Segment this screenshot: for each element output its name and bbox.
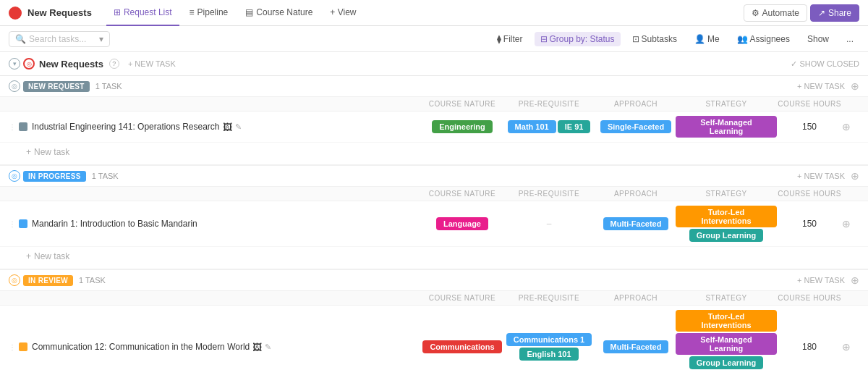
task-name[interactable]: Communication 12: Communication in the M… [32, 342, 422, 353]
col-header-prereq: PRE-REQUISITE [502, 294, 596, 302]
section-badge-in-review: IN REVIEW [23, 275, 73, 286]
row-action[interactable]: ⊕ [842, 218, 859, 230]
sections-container: ◎ NEW REQUEST 1 TASK + NEW TASK ⊕ COURSE… [0, 76, 868, 370]
page-status-icon: ◎ [23, 58, 35, 70]
row-action[interactable]: ⊕ [842, 121, 859, 133]
new-task-link[interactable]: + NEW TASK [128, 59, 176, 68]
page-title: New Requests [39, 59, 103, 70]
strategy-chip: Tutor-Led Interventions [676, 206, 777, 227]
new-task-button[interactable]: + New task [0, 143, 868, 164]
tab-icon: ▤ [245, 7, 253, 17]
section-header-in-progress: ◎ IN PROGRESS 1 TASK + NEW TASK ⊕ [0, 166, 868, 187]
more-button[interactable]: ... [841, 32, 859, 46]
app-logo [9, 7, 22, 20]
section-toggle-in-progress[interactable]: ◎ [9, 170, 20, 182]
section-count-in-review: 1 TASK [79, 276, 106, 285]
search-box[interactable]: 🔍 Search tasks... ▾ [9, 31, 110, 47]
assignees-button[interactable]: 👥 Assignees [731, 32, 796, 46]
section-count-new-request: 1 TASK [95, 82, 122, 91]
page-collapse-toggle[interactable]: ▾ [9, 58, 20, 70]
share-button[interactable]: ↗ Share [810, 4, 859, 22]
approach-chip: Multi-Faceted [603, 217, 669, 230]
section-in-review: ◎ IN REVIEW 1 TASK + NEW TASK ⊕ COURSE N… [0, 270, 868, 370]
section-header-new-request: ◎ NEW REQUEST 1 TASK + NEW TASK ⊕ [0, 76, 868, 97]
strategy-chip: Self-Managed Learning [676, 116, 777, 138]
top-nav: New Requests ⊞ Request List ≡ Pipeline ▤… [0, 0, 868, 26]
task-row: ⋮⋮ Mandarin 1: Introduction to Basic Man… [0, 201, 868, 247]
prereq-chip: IE 91 [558, 120, 591, 133]
tab-request-list[interactable]: ⊞ Request List [106, 0, 179, 26]
task-row: ⋮⋮ Industrial Engineering 141: Operation… [0, 112, 868, 143]
tab-pipeline[interactable]: ≡ Pipeline [182, 0, 236, 26]
task-name[interactable]: Mandarin 1: Introduction to Basic Mandar… [32, 219, 422, 229]
group-icon: ⊟ [540, 34, 548, 44]
section-more-new-request[interactable]: ⊕ [851, 80, 859, 92]
col-header-hours: COURSE HOURS [777, 100, 842, 108]
section-in-progress: ◎ IN PROGRESS 1 TASK + NEW TASK ⊕ COURSE… [0, 166, 868, 270]
strategy-chip: Tutor-Led Interventions [676, 310, 777, 332]
col-header-prereq: PRE-REQUISITE [502, 190, 596, 198]
plus-icon: + [26, 147, 31, 157]
prereq-chip: Communications 1 [506, 333, 592, 346]
prereq-chip: English 101 [519, 348, 578, 361]
task-status-dot [19, 342, 27, 351]
section-more-in-progress[interactable]: ⊕ [851, 170, 859, 182]
section-badge-in-progress: IN PROGRESS [23, 171, 86, 182]
me-button[interactable]: 👤 Me [689, 32, 726, 46]
section-toggle-new-request[interactable]: ◎ [9, 80, 20, 92]
section-new-request: ◎ NEW REQUEST 1 TASK + NEW TASK ⊕ COURSE… [0, 76, 868, 166]
show-closed-button[interactable]: ✓ SHOW CLOSED [791, 59, 859, 69]
tab-view-add[interactable]: + View [323, 0, 363, 26]
course-hours-value: 150 [777, 219, 842, 229]
search-icon: 🔍 [15, 34, 26, 44]
col-header-nature: COURSE NATURE [422, 294, 502, 302]
tab-course-nature[interactable]: ▤ Course Nature [238, 0, 320, 26]
section-count-in-progress: 1 TASK [92, 172, 119, 180]
section-toggle-in-review[interactable]: ◎ [9, 274, 20, 286]
col-headers-new-request: COURSE NATURE PRE-REQUISITE APPROACH STR… [0, 97, 868, 112]
prereq-chip: Math 101 [508, 120, 556, 133]
task-status-dot [19, 219, 27, 228]
section-add-new-request[interactable]: + NEW TASK [797, 82, 845, 91]
col-header-strategy: STRATEGY [676, 294, 777, 302]
show-button[interactable]: Show [801, 32, 835, 46]
chevron-down-icon: ▾ [99, 34, 103, 44]
strategy-chip: Group Learning [689, 229, 764, 242]
col-header-approach: APPROACH [596, 190, 676, 198]
tab-icon: ≡ [190, 7, 195, 17]
drag-handle: ⋮⋮ [9, 123, 19, 131]
toolbar: 🔍 Search tasks... ▾ ⧫ Filter ⊟ Group by:… [0, 26, 868, 52]
col-header-strategy: STRATEGY [676, 100, 777, 108]
approach-chip: Multi-Faceted [603, 340, 669, 353]
section-badge-new-request: NEW REQUEST [23, 81, 90, 92]
new-task-button[interactable]: + New task [0, 247, 868, 269]
approach-chip: Single-Faceted [600, 120, 671, 133]
help-icon[interactable]: ? [109, 59, 119, 69]
subtasks-button[interactable]: ⊡ Subtasks [626, 32, 683, 46]
task-name[interactable]: Industrial Engineering 141: Operations R… [32, 122, 422, 133]
col-header-approach: APPROACH [596, 294, 676, 302]
col-headers-in-progress: COURSE NATURE PRE-REQUISITE APPROACH STR… [0, 187, 868, 201]
strategy-chip: Group Learning [689, 356, 764, 369]
section-add-in-progress[interactable]: + NEW TASK [797, 172, 845, 180]
automate-icon: ⚙ [752, 8, 760, 18]
col-headers-in-review: COURSE NATURE PRE-REQUISITE APPROACH STR… [0, 291, 868, 306]
strategy-chip: Self-Managed Learning [676, 333, 777, 355]
section-more-in-review[interactable]: ⊕ [851, 274, 859, 286]
automate-button[interactable]: ⚙ Automate [744, 4, 807, 22]
drag-handle: ⋮⋮ [9, 220, 19, 228]
course-hours-value: 180 [777, 342, 842, 352]
filter-button[interactable]: ⧫ Filter [491, 32, 529, 46]
course-nature-chip: Language [436, 217, 488, 230]
row-action[interactable]: ⊕ [842, 341, 859, 353]
task-row: ⋮⋮ Communication 12: Communication in th… [0, 306, 868, 370]
task-status-dot [19, 122, 27, 131]
course-nature-chip: Engineering [432, 120, 493, 133]
col-header-hours: COURSE HOURS [777, 190, 842, 198]
group-by-button[interactable]: ⊟ Group by: Status [535, 32, 621, 46]
col-header-nature: COURSE NATURE [422, 100, 502, 108]
course-nature-chip: Communications [422, 340, 501, 353]
main-content: ▾ ◎ New Requests ? + NEW TASK ✓ SHOW CLO… [0, 52, 868, 370]
col-header-approach: APPROACH [596, 100, 676, 108]
section-add-in-review[interactable]: + NEW TASK [797, 276, 845, 285]
